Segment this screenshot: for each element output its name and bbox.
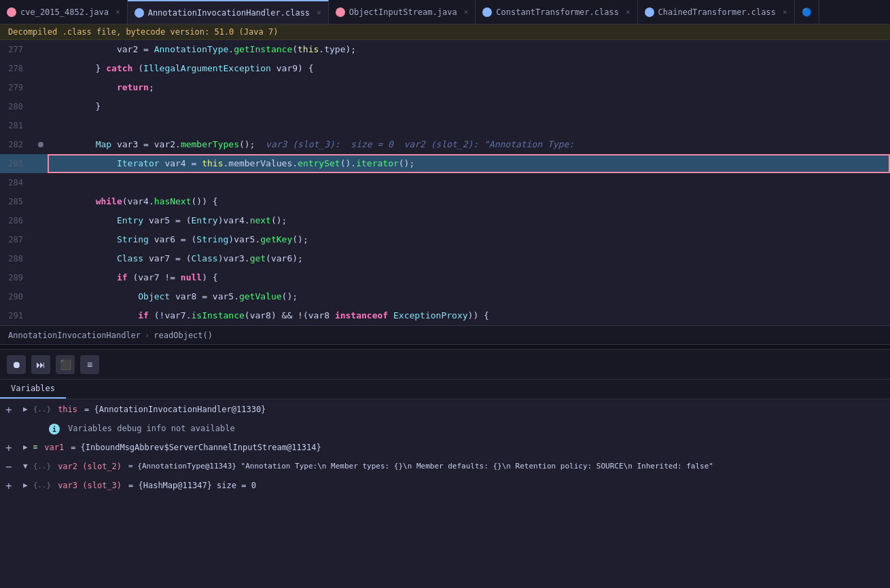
class-file-icon	[482, 7, 492, 17]
collapse-var2-btn[interactable]: −	[5, 462, 12, 473]
var-value-this: = {AnnotationInvocationHandler@11330}	[84, 405, 266, 414]
panel-divider	[0, 344, 890, 350]
tab-more[interactable]: 🔵	[795, 0, 819, 24]
line-number: 279	[0, 83, 34, 92]
tab-cve-java[interactable]: cve_2015_4852.java ✕	[0, 0, 128, 24]
var-row-var2[interactable]: − ▼ {..} var2 (slot_2) = {AnnotationType…	[0, 459, 890, 478]
obj-icon-this: {..}	[33, 405, 52, 414]
code-line-285: 285 while(var4.hasNext()) {	[0, 192, 890, 211]
code-text: var2 = AnnotationType.getInstance(this.t…	[48, 40, 890, 59]
debug-toolbar: ⏺ ⏭ ⬛ ≡	[0, 350, 890, 380]
expand-var1-arrow: ▶	[23, 443, 28, 452]
tab-objectinputstream[interactable]: ObjectInputStream.java ✕	[329, 0, 476, 24]
obj-icon-var3: {..}	[33, 481, 52, 490]
record-icon: ⏺	[12, 359, 21, 370]
code-line-287: 287 String var6 = (String)var5.getKey();	[0, 230, 890, 249]
variables-list: + ▶ {..} this = {AnnotationInvocationHan…	[0, 399, 890, 500]
tab-close-btn[interactable]: ✕	[783, 7, 787, 16]
breadcrumb-class: AnnotationInvocationHandler	[8, 331, 141, 340]
tab-close-btn[interactable]: ✕	[626, 7, 630, 16]
code-line-277: 277 var2 = AnnotationType.getInstance(th…	[0, 40, 890, 59]
var-name-this: this	[58, 405, 77, 414]
variables-tab-bar: Variables	[0, 380, 890, 399]
code-line-278: 278 } catch (IllegalArgumentException va…	[0, 59, 890, 78]
line-number: 285	[0, 197, 34, 206]
banner-text: Decompiled .class file, bytecode version…	[8, 27, 278, 37]
expand-var2-arrow: ▼	[23, 462, 28, 471]
expand-var1-btn[interactable]: +	[5, 443, 12, 454]
tab-label: cve_2015_4852.java	[20, 7, 109, 17]
tab-label: ConstantTransformer.class	[496, 7, 619, 17]
tab-constanttransformer[interactable]: ConstantTransformer.class ✕	[476, 0, 637, 24]
line-number: 289	[0, 273, 34, 282]
code-text: } catch (IllegalArgumentException var9) …	[48, 59, 890, 78]
expand-var3-btn[interactable]: +	[5, 481, 12, 492]
var-name-var2: var2 (slot_2)	[58, 462, 122, 471]
code-text	[48, 116, 890, 135]
code-text: Map var3 = var2.memberTypes(); var3 (slo…	[48, 135, 890, 154]
code-text: Object var8 = var5.getValue();	[48, 287, 890, 306]
code-text: Entry var5 = (Entry)var4.next();	[48, 211, 890, 230]
thread-list-button[interactable]: ≡	[80, 355, 99, 374]
var-value-var2: = {AnnotationType@11343} "Annotation Typ…	[128, 462, 713, 471]
step-over-icon: ⏭	[36, 359, 46, 370]
breadcrumb-bar: AnnotationInvocationHandler › readObject…	[0, 325, 890, 344]
var-row-var3[interactable]: + ▶ {..} var3 (slot_3) = {HashMap@11347}…	[0, 478, 890, 497]
line-number: 281	[0, 121, 34, 130]
class-file-icon	[645, 7, 654, 17]
tab-close-btn[interactable]: ✕	[317, 8, 321, 17]
thread-list-icon: ≡	[87, 359, 92, 370]
var-row-info: i Variables debug info not available	[0, 421, 890, 440]
code-line-282: 282 Map var3 = var2.memberTypes(); var3 …	[0, 135, 890, 154]
tab-close-btn[interactable]: ✕	[115, 7, 120, 16]
class-file-icon	[135, 8, 144, 18]
decompiled-banner: Decompiled .class file, bytecode version…	[0, 24, 890, 40]
obj-icon-var2: {..}	[33, 462, 52, 471]
code-editor: 277 var2 = AnnotationType.getInstance(th…	[0, 40, 890, 325]
record-button[interactable]: ⏺	[7, 355, 26, 374]
expand-this-arrow: ▶	[23, 405, 28, 414]
line-number: 288	[0, 254, 34, 263]
code-text: Iterator var4 = this.memberValues.entryS…	[48, 154, 890, 173]
tab-close-btn[interactable]: ✕	[464, 7, 469, 16]
code-line-286: 286 Entry var5 = (Entry)var4.next();	[0, 211, 890, 230]
code-line-281: 281	[0, 116, 890, 135]
var-row-var1[interactable]: + ▶ ≡ var1 = {InboundMsgAbbrev$ServerCha…	[0, 440, 890, 459]
java-file-icon	[7, 7, 16, 17]
tab-annotation-class[interactable]: AnnotationInvocationHandler.class ✕	[128, 0, 329, 24]
var-info-text: Variables debug info not available	[68, 424, 235, 433]
var-name-var1: var1	[44, 443, 64, 452]
code-line-279: 279 return;	[0, 78, 890, 97]
java-file-icon	[336, 7, 345, 17]
code-text	[48, 173, 890, 192]
line-number: 278	[0, 64, 34, 73]
breadcrumb-sep: ›	[145, 331, 149, 340]
breakpoint-dot	[38, 142, 43, 147]
line-number: 284	[0, 178, 34, 187]
code-text: String var6 = (String)var5.getKey();	[48, 230, 890, 249]
expand-var3-arrow: ▶	[23, 481, 28, 490]
tab-variables-label: Variables	[11, 384, 55, 393]
more-tabs-icon: 🔵	[802, 7, 812, 17]
step-over-button[interactable]: ⏭	[31, 355, 50, 374]
breadcrumb-method: readObject()	[154, 331, 213, 340]
var-row-this[interactable]: + ▶ {..} this = {AnnotationInvocationHan…	[0, 402, 890, 421]
code-text: if (var7 != null) {	[48, 268, 890, 287]
line-number: 286	[0, 216, 34, 225]
line-number: 287	[0, 235, 34, 244]
code-line-284: 284	[0, 173, 890, 192]
line-number: 282	[0, 140, 34, 149]
tab-variables[interactable]: Variables	[0, 380, 66, 399]
code-line-280: 280 }	[0, 97, 890, 116]
line-number: 283	[0, 159, 34, 168]
tab-chainedtransformer[interactable]: ChainedTransformer.class ✕	[638, 0, 795, 24]
code-line-288: 288 Class var7 = (Class)var3.get(var6);	[0, 249, 890, 268]
code-line-291: 291 if (!var7.isInstance(var8) && !(var8…	[0, 306, 890, 325]
expand-this-btn[interactable]: +	[5, 405, 12, 416]
info-icon: i	[49, 424, 60, 435]
frames-button[interactable]: ⬛	[56, 355, 75, 374]
tab-bar: cve_2015_4852.java ✕ AnnotationInvocatio…	[0, 0, 890, 24]
tab-label: ObjectInputStream.java	[349, 7, 457, 17]
var-value-var1: = {InboundMsgAbbrev$ServerChannelInputSt…	[71, 443, 321, 452]
line-number: 290	[0, 292, 34, 301]
